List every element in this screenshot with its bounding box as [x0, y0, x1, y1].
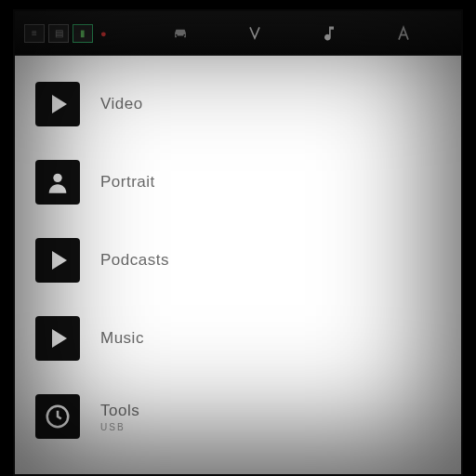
menu-item-labels: Tools USB	[100, 402, 139, 432]
tab-car[interactable]	[165, 24, 196, 43]
top-tabs	[165, 24, 463, 43]
menu-item-label: Tools	[100, 402, 139, 420]
top-bar: ≡ ▤ ▮ ●	[15, 11, 461, 56]
menu-item-tools[interactable]: Tools USB	[35, 394, 444, 439]
menu-item-sublabel: USB	[100, 422, 139, 432]
status-indicator-2: ▤	[48, 24, 69, 43]
main-menu: Video Portrait Podcasts Music	[15, 56, 461, 474]
menu-item-label: Portrait	[100, 173, 155, 192]
tab-v[interactable]	[239, 24, 271, 43]
v-icon	[245, 24, 264, 43]
clock-icon	[35, 394, 80, 439]
menu-item-label: Video	[100, 95, 143, 113]
menu-item-labels: Video	[100, 95, 143, 113]
status-cluster: ≡ ▤ ▮ ●	[24, 24, 107, 43]
menu-item-music[interactable]: Music	[35, 316, 444, 361]
menu-item-labels: Podcasts	[100, 251, 169, 270]
music-note-icon	[320, 24, 338, 43]
menu-item-label: Music	[100, 329, 144, 348]
menu-item-labels: Portrait	[100, 173, 155, 192]
status-indicator-1: ≡	[24, 24, 45, 43]
play-icon	[35, 238, 80, 283]
menu-item-label: Podcasts	[100, 251, 169, 270]
play-icon	[35, 316, 80, 361]
menu-item-labels: Music	[100, 329, 144, 348]
status-warning-icon: ●	[100, 28, 107, 39]
status-indicator-3: ▮	[73, 24, 93, 43]
tab-note[interactable]	[313, 24, 345, 43]
tab-settings[interactable]	[462, 24, 463, 43]
play-icon	[35, 82, 80, 126]
a-letter-icon	[394, 24, 413, 43]
menu-item-podcasts[interactable]: Podcasts	[35, 238, 444, 283]
car-icon	[171, 24, 190, 43]
person-icon	[35, 160, 80, 205]
menu-item-portrait[interactable]: Portrait	[35, 160, 444, 205]
screen-frame: ≡ ▤ ▮ ●	[13, 9, 463, 476]
menu-item-video[interactable]: Video	[35, 82, 444, 126]
tab-a[interactable]	[388, 24, 419, 43]
svg-point-4	[53, 174, 61, 182]
